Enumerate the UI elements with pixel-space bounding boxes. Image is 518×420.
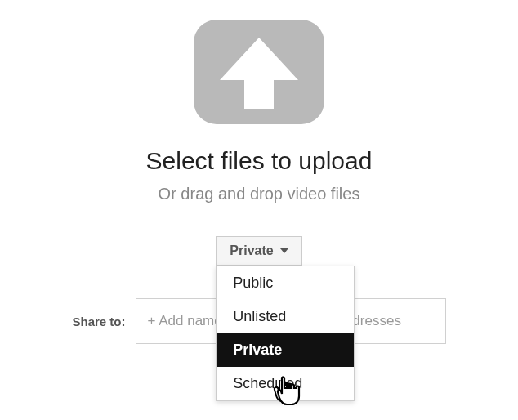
caret-down-icon [280, 248, 288, 253]
privacy-dropdown-menu: Public Unlisted Private Scheduled [216, 266, 355, 401]
privacy-option-unlisted[interactable]: Unlisted [217, 300, 354, 333]
privacy-option-scheduled[interactable]: Scheduled [217, 367, 354, 400]
share-to-label: Share to: [72, 315, 125, 328]
upload-subheading: Or drag and drop video files [159, 185, 360, 203]
privacy-dropdown-button[interactable]: Private [216, 236, 301, 266]
upload-heading: Select files to upload [146, 147, 373, 175]
privacy-selected-label: Private [230, 244, 273, 258]
upload-icon[interactable] [194, 20, 324, 147]
privacy-option-public[interactable]: Public [217, 266, 354, 300]
privacy-option-private[interactable]: Private [217, 333, 354, 367]
